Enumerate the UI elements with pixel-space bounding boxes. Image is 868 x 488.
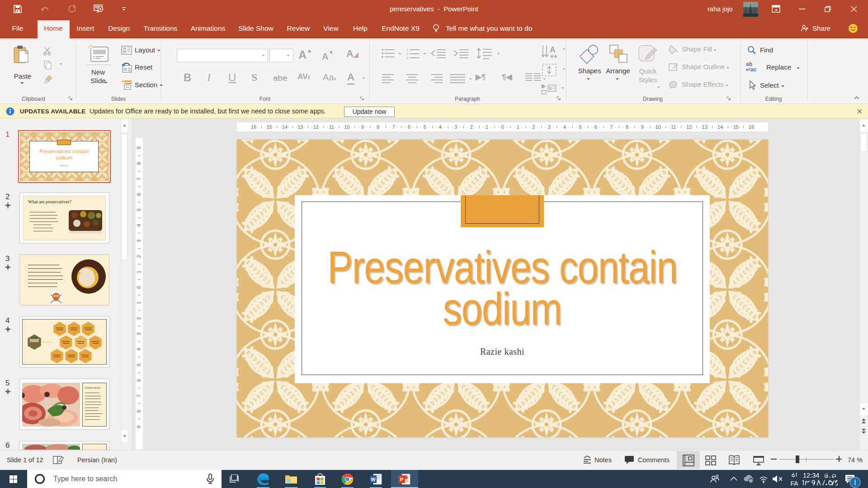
svg-text:1: 1 [517,124,519,130]
svg-text:8: 8 [626,124,628,130]
svg-text:10: 10 [655,124,660,130]
svg-text:6: 6 [136,379,142,382]
svg-text:1: 1 [406,48,409,52]
svg-text:4: 4 [136,224,142,227]
svg-text:13: 13 [702,124,708,130]
svg-text:6: 6 [136,193,142,196]
svg-text:7: 7 [392,124,395,130]
svg-text:2: 2 [136,255,142,258]
svg-text:0: 0 [136,286,142,289]
svg-text:12: 12 [686,124,692,130]
svg-text:9: 9 [136,146,142,149]
svg-text:7: 7 [136,178,142,180]
svg-text:8: 8 [136,410,142,413]
svg-text:5: 5 [579,124,581,130]
svg-text:2: 2 [136,317,142,320]
svg-text:11: 11 [329,124,334,130]
svg-text:14: 14 [717,124,723,130]
svg-text:9: 9 [641,124,644,130]
svg-text:7: 7 [610,124,613,130]
svg-text:15: 15 [733,124,738,130]
svg-text:4: 4 [136,348,142,351]
svg-text:6: 6 [594,124,597,130]
svg-text:11: 11 [671,124,676,130]
svg-text:3: 3 [136,239,142,242]
svg-text:10: 10 [344,124,349,130]
svg-text:8: 8 [136,162,142,165]
svg-text:9: 9 [361,124,364,130]
svg-text:8: 8 [377,124,379,130]
svg-text:0: 0 [501,124,504,130]
svg-text:3: 3 [136,333,142,335]
svg-text:5: 5 [136,208,142,211]
svg-text:1: 1 [136,271,142,273]
svg-text:15: 15 [266,124,272,130]
svg-text:9: 9 [136,426,142,428]
svg-text:3: 3 [406,56,409,60]
svg-text:1: 1 [136,301,142,304]
svg-text:16: 16 [251,124,256,130]
svg-text:W: W [371,477,376,482]
svg-text:4: 4 [563,124,566,130]
svg-text:1: 1 [486,124,488,130]
svg-text:13: 13 [297,124,303,130]
svg-text:P: P [400,477,403,482]
svg-text:12: 12 [313,124,319,130]
svg-text:3: 3 [454,124,457,130]
svg-text:7: 7 [136,394,142,397]
svg-text:16: 16 [749,124,754,130]
svg-text:6: 6 [408,124,410,130]
svg-text:5: 5 [136,363,142,366]
svg-text:2: 2 [470,124,473,130]
svg-text:A: A [550,45,556,54]
svg-text:14: 14 [282,124,288,130]
svg-text:4: 4 [439,124,442,130]
svg-text:3: 3 [548,124,551,130]
svg-text:2: 2 [406,52,409,56]
svg-text:2: 2 [532,124,535,130]
svg-text:5: 5 [423,124,426,130]
